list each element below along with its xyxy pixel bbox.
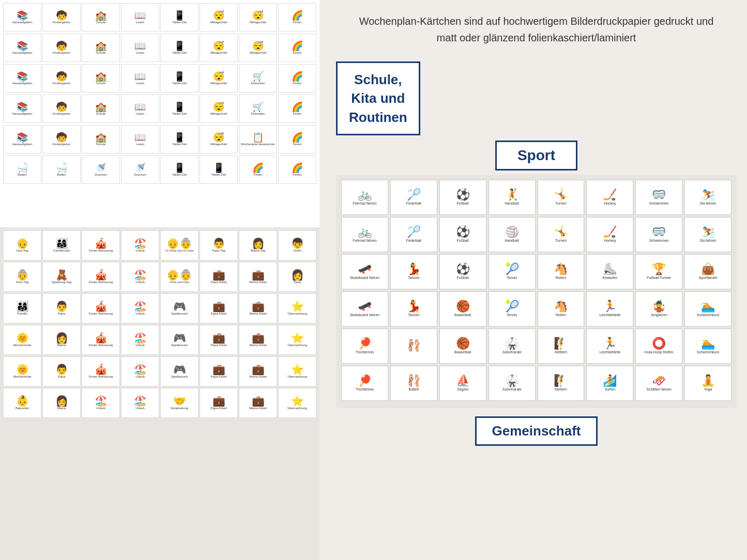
top-card: 🛒Einkaufen (239, 95, 277, 123)
bottom-card-label: Mama-Tag (251, 249, 265, 253)
top-card: 📖Lesen (121, 34, 159, 62)
card-label: Hausaufgaben (12, 112, 32, 116)
card-icon: 📱 (174, 11, 185, 20)
sport-card-label: Hockey (604, 201, 616, 206)
bottom-card-label: Spielbesuch (171, 312, 188, 316)
sport-card: 🩰 (390, 329, 437, 364)
sport-card-label: Tennis (507, 276, 517, 280)
card-icon: 😴 (213, 102, 224, 112)
bottom-card-icon: 💼 (212, 364, 225, 375)
sport-card-icon: 🎾 (505, 263, 519, 275)
bottom-card-icon: 💼 (252, 333, 265, 343)
bottom-card-label: Übernachtung (287, 312, 307, 316)
top-card: 📖Lesen (121, 125, 159, 153)
sport-card-icon: 🚲 (358, 189, 372, 200)
bottom-card: 🏖️Urlaub (121, 325, 159, 355)
bottom-card-label: Ferien-Betreuung (89, 375, 113, 379)
sport-card: 🩰Ballett (390, 366, 437, 401)
card-label: Mittagschlaf (210, 21, 227, 24)
top-card: 😴Mittagschlaf (200, 64, 238, 92)
bottom-card-icon: 🎪 (95, 238, 108, 248)
card-label: Ferien (293, 82, 301, 85)
sport-card: 🏃Leichtathletik (586, 329, 633, 364)
sport-card-label: Tanzen (408, 276, 420, 280)
bottom-card-label: Ferien-Betreuung (89, 281, 113, 284)
bottom-card-label: Papa Arbeit (210, 407, 226, 410)
sport-card-label: Turnen (555, 201, 567, 206)
top-grid-row: 📚Hausaufgaben🧒Kindergarten🏫Schule📖Lesen📱… (3, 125, 316, 153)
bottom-card-icon: 💼 (252, 270, 265, 280)
card-icon: 🏫 (95, 11, 106, 20)
sport-label-box: Sport (495, 141, 577, 170)
card-label: Tablet-Zeit (172, 21, 187, 24)
card-label: Tablet-Zeit (211, 173, 226, 177)
bottom-card-icon: 👩 (291, 270, 304, 280)
card-icon: 🌈 (292, 102, 303, 112)
sport-card: 🤸Turnen (538, 180, 585, 215)
top-card: 🌈Ferien (239, 155, 277, 184)
bottom-card: 🌞Wochenende (3, 325, 41, 355)
sport-card-icon: 🏊 (701, 338, 715, 349)
bottom-card: 🏖️Urlaub (121, 293, 159, 323)
card-icon: 🚿 (134, 163, 146, 173)
top-card: 😴Mittagschlaf (200, 3, 238, 32)
sport-card-label: Fahrrad fahren (353, 239, 376, 243)
bottom-card: 🤝Verabredung (160, 388, 199, 418)
bottom-card: 🎪Ferien-Betreuung (82, 356, 120, 386)
sport-card: 💃Tanzen (390, 254, 437, 289)
bottom-card-label: Urlaub (135, 249, 145, 253)
bottom-card: 💼Mama Arbeit (239, 293, 277, 323)
bottom-card-label: Spielzeug-Tag (52, 281, 71, 284)
sport-card-icon: 🏓 (358, 375, 372, 386)
bottom-card-label: Urlaub (135, 281, 145, 284)
sport-card: 🏊Schwimmkurs (684, 329, 731, 364)
sport-grid-section: 🚲Fahrrad fahren🏸Federball⚽Fußball🤾Handba… (336, 175, 737, 408)
bottom-grid-row: 🌞Wochenende👩Mama🎪Ferien-Betreuung🏖️Urlau… (3, 325, 316, 355)
bottom-card: 👴Opa-Tag (3, 230, 41, 260)
bottom-card: 💼Papa Arbeit (200, 356, 238, 386)
bottom-card-label: Babysitter (16, 407, 29, 410)
bottom-card-label: Papa Arbeit (210, 375, 226, 379)
sport-card-icon: 🧗 (554, 338, 568, 349)
top-card: 📋Wochenplan besprechen (239, 125, 277, 153)
sport-card-label: Schwimmkurs (697, 350, 720, 354)
sport-card: 🏊Schwimmkurs (684, 291, 731, 326)
card-icon: 📚 (17, 11, 28, 20)
sport-card: 🥽Schwimmen (635, 180, 682, 215)
top-card: 🏫Schule (82, 95, 120, 123)
sport-card: 🧘Yoga (684, 366, 731, 401)
card-icon: 📱 (174, 102, 185, 112)
bottom-card-icon: 🤝 (173, 396, 186, 406)
sport-card: 🛷Schlitten fahren (635, 366, 682, 401)
card-icon: 😴 (213, 133, 224, 142)
card-icon: 📱 (213, 163, 224, 173)
bottom-card-icon: 🎪 (95, 270, 108, 280)
bottom-card-label: Urlaub (96, 407, 105, 410)
sport-card-icon: 🤾 (505, 189, 519, 200)
bottom-card: 💼Mama Arbeit (239, 356, 277, 386)
bottom-card-icon: ⭐ (291, 333, 304, 343)
bottom-card-icon: 👨 (55, 301, 68, 312)
sport-card: 🏒Hockey (586, 217, 633, 252)
top-card: 🏫Schule (82, 64, 120, 92)
info-text: Wochenplan-Kärtchen sind auf hochwertige… (336, 8, 737, 51)
card-label: Schule (96, 21, 105, 24)
bottom-card-label: Spielbesuch (171, 344, 188, 347)
card-label: Mittagschlaf (210, 112, 227, 116)
bottom-card: 🏖️Urlaub (121, 388, 159, 418)
bottom-card: 👵Oma-Tag (3, 262, 41, 292)
sport-card: 🛹Skateboard fahren (341, 291, 388, 326)
card-icon: 🛁 (17, 163, 28, 173)
bottom-card-icon: 🌞 (16, 364, 29, 375)
sport-card-icon: ⚽ (456, 226, 470, 238)
sport-card-icon: 🐴 (554, 301, 568, 312)
sport-card-label: Judo/Karate (502, 350, 522, 354)
sport-card-icon: 🏀 (456, 301, 470, 312)
card-icon: 🌈 (292, 133, 303, 142)
card-label: Lesen (136, 21, 144, 24)
sport-card-label: Schwimmen (649, 201, 669, 206)
bottom-card: 👦Onkel (278, 230, 316, 260)
gemeinschaft-label-box: Gemeinschaft (475, 416, 598, 446)
main-right-panel: Wochenplan-Kärtchen sind auf hochwertige… (326, 0, 747, 560)
bottom-card: 🎪Ferien-Betreuung (82, 293, 120, 323)
